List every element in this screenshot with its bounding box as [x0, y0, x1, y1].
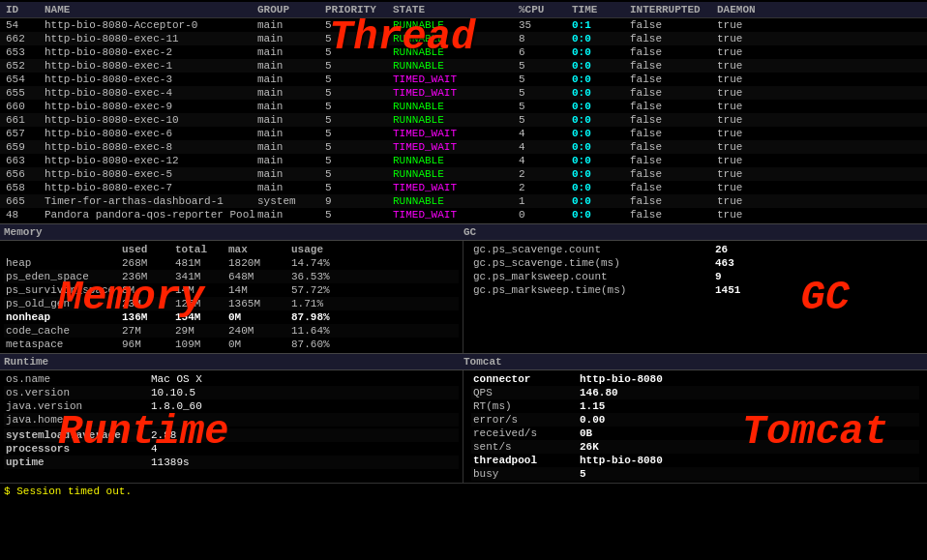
mem-cell-used: 8M — [120, 284, 173, 296]
cell-id: 665 — [4, 195, 43, 207]
tc-cell-value: 26K — [578, 441, 733, 453]
mem-cell-usage: 36.53% — [289, 271, 343, 282]
rt-cell-value: Mac OS X — [149, 373, 343, 385]
cell-priority: 5 — [323, 168, 391, 180]
cell-id: 654 — [4, 74, 43, 85]
cell-daemon: true — [715, 74, 773, 85]
cell-interrupted: false — [628, 60, 715, 72]
mem-gc-header: Memory GC — [0, 223, 927, 241]
col-name: NAME — [43, 4, 255, 15]
mem-cell-usage: 87.60% — [289, 339, 343, 350]
table-row: 54 http-bio-8080-Acceptor-0 main 5 RUNNA… — [0, 18, 927, 32]
mem-cell-max: 1820M — [226, 257, 289, 269]
cell-cpu: 0 — [517, 209, 570, 221]
cell-cpu: 5 — [517, 74, 570, 85]
table-row: 656 http-bio-8080-exec-5 main 5 RUNNABLE… — [0, 167, 927, 181]
cell-state: RUNNABLE — [391, 60, 517, 72]
cell-group: main — [255, 128, 323, 139]
rt-cell-label: uptime — [4, 457, 149, 468]
mem-cell-total: 154M — [173, 311, 226, 323]
mem-row: ps_old_gen 23M 126M 1365M 1.71% — [4, 297, 459, 310]
mem-cell-name: metaspace — [4, 339, 120, 350]
tc-cell-value: http-bio-8080 — [578, 455, 733, 466]
cell-name: http-bio-8080-exec-12 — [43, 155, 255, 166]
cell-id: 653 — [4, 46, 43, 58]
cell-id: 656 — [4, 168, 43, 180]
gc-cell-label: gc.ps_marksweep.time(ms) — [471, 284, 713, 296]
cell-priority: 5 — [323, 33, 391, 44]
memory-panel: used total max usage heap 268M 481M 1820… — [0, 241, 464, 353]
cell-state: RUNNABLE — [391, 155, 517, 166]
cell-daemon: true — [715, 182, 773, 193]
rt-cell-value: 11389s — [149, 457, 343, 468]
mem-cell-max: 0M — [226, 311, 289, 323]
mem-table-body: heap 268M 481M 1820M 14.74% ps_eden_spac… — [4, 256, 459, 351]
cell-priority: 5 — [323, 60, 391, 72]
gc-row: gc.ps_scavenge.count 26 — [471, 243, 919, 256]
cell-time: 0:0 — [570, 87, 628, 99]
mem-cell-name: ps_eden_space — [4, 271, 120, 282]
cell-state: RUNNABLE — [391, 114, 517, 126]
cell-group: main — [255, 155, 323, 166]
runtime-panel: os.name Mac OS X os.version 10.10.5 java… — [0, 370, 464, 483]
runtime-row: java.home — [4, 413, 459, 427]
mh-total: total — [173, 244, 226, 255]
runtime-row: os.name Mac OS X — [4, 372, 459, 386]
thread-table-header: ID NAME GROUP PRIORITY STATE %CPU TIME I… — [0, 2, 927, 18]
cell-name: http-bio-8080-exec-2 — [43, 46, 255, 58]
cell-daemon: true — [715, 114, 773, 126]
cell-group: main — [255, 74, 323, 85]
rt-cell-value — [149, 414, 343, 426]
cell-state: RUNNABLE — [391, 19, 517, 31]
runtime-section-label: Runtime — [4, 356, 464, 368]
mem-cell-used: 27M — [120, 325, 173, 337]
table-row: 653 http-bio-8080-exec-2 main 5 RUNNABLE… — [0, 45, 927, 59]
cell-daemon: true — [715, 209, 773, 221]
cell-id: 652 — [4, 60, 43, 72]
tc-cell-label: sent/s — [471, 441, 578, 453]
cell-interrupted: false — [628, 114, 715, 126]
table-row: 665 Timer-for-arthas-dashboard-1 system … — [0, 194, 927, 208]
mem-cell-total: 341M — [173, 271, 226, 282]
cell-state: TIMED_WAIT — [391, 128, 517, 139]
gc-cell-label: gc.ps_scavenge.time(ms) — [471, 257, 713, 269]
tc-cell-value: 1.15 — [578, 400, 733, 412]
cell-daemon: true — [715, 101, 773, 112]
cell-id: 658 — [4, 182, 43, 193]
cell-state: RUNNABLE — [391, 33, 517, 44]
mem-cell-used: 268M — [120, 257, 173, 269]
cell-daemon: true — [715, 128, 773, 139]
rt-cell-label: java.version — [4, 400, 149, 412]
cell-priority: 5 — [323, 87, 391, 99]
runtime-row: uptime 11389s — [4, 456, 459, 469]
cell-group: main — [255, 33, 323, 44]
cell-time: 0:0 — [570, 33, 628, 44]
cell-group: main — [255, 101, 323, 112]
tc-cell-value: 0.00 — [578, 414, 733, 426]
cell-cpu: 35 — [517, 19, 570, 31]
cell-time: 0:0 — [570, 101, 628, 112]
gc-row: gc.ps_scavenge.time(ms) 463 — [471, 256, 919, 270]
mem-cell-total: 126M — [173, 298, 226, 309]
cell-time: 0:0 — [570, 128, 628, 139]
cell-interrupted: false — [628, 182, 715, 193]
cell-priority: 5 — [323, 155, 391, 166]
cell-cpu: 5 — [517, 60, 570, 72]
gc-cell-value: 463 — [713, 257, 791, 269]
cell-group: main — [255, 60, 323, 72]
cell-interrupted: false — [628, 128, 715, 139]
rt-cell-value: 2.88 — [149, 429, 343, 441]
tc-cell-label: threadpool — [471, 455, 578, 466]
session-message: $ Session timed out. — [4, 486, 132, 497]
tc-cell-label: received/s — [471, 427, 578, 439]
mem-cell-name: ps_survivor_space — [4, 284, 120, 296]
mem-row: code_cache 27M 29M 240M 11.64% — [4, 324, 459, 338]
mem-table-header: used total max usage — [4, 243, 459, 256]
cell-name: http-bio-8080-exec-7 — [43, 182, 255, 193]
mem-cell-used: 236M — [120, 271, 173, 282]
cell-group: main — [255, 46, 323, 58]
cell-id: 659 — [4, 141, 43, 153]
cell-id: 661 — [4, 114, 43, 126]
cell-cpu: 5 — [517, 101, 570, 112]
rt-tomcat-panels: os.name Mac OS X os.version 10.10.5 java… — [0, 370, 927, 483]
